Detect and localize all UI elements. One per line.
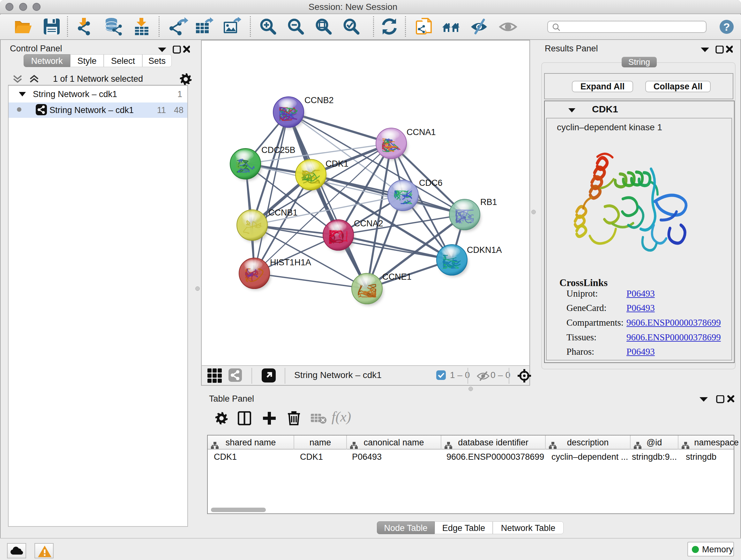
svg-text:CCNA2: CCNA2 [354,219,383,228]
svg-text:CDC6: CDC6 [419,178,443,188]
svg-text:CDC25B: CDC25B [261,145,295,155]
svg-text:CDKN1A: CDKN1A [467,245,502,255]
svg-text:CCNB1: CCNB1 [268,208,298,217]
svg-text:CDK1: CDK1 [326,159,348,169]
svg-text:CCNB2: CCNB2 [305,96,334,105]
svg-text:RB1: RB1 [480,197,497,207]
svg-text:CCNE1: CCNE1 [382,272,412,282]
svg-text:HIST1H1A: HIST1H1A [270,258,311,267]
svg-text:CCNA1: CCNA1 [407,127,436,137]
